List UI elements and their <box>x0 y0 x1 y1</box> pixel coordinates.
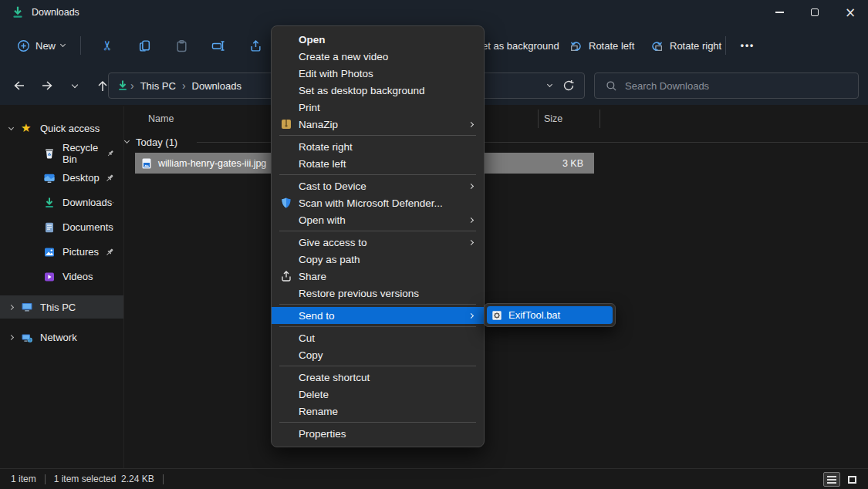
menu-item-edit-with-photos[interactable]: Edit with Photos <box>272 65 484 82</box>
menu-item-rotate-left[interactable]: Rotate left <box>272 155 484 172</box>
rotate-right-button[interactable]: Rotate right <box>650 26 721 65</box>
chevron-right-icon[interactable] <box>8 304 14 309</box>
chevron-down-icon[interactable] <box>8 124 14 130</box>
breadcrumb-downloads[interactable]: Downloads <box>187 80 246 92</box>
menu-item-create-a-new-video[interactable]: Create a new video <box>272 48 484 65</box>
menu-item-restore-previous-versions[interactable]: Restore previous versions <box>272 285 484 302</box>
search-input[interactable] <box>625 80 833 92</box>
rename-button[interactable] <box>204 32 233 59</box>
status-bar: 1 item 1 item selected 2.24 KB <box>0 468 868 489</box>
menu-item-open[interactable]: Open <box>272 31 484 48</box>
breadcrumb-this-pc[interactable]: This PC <box>136 80 181 92</box>
chevron-right-icon[interactable] <box>8 335 14 340</box>
menu-item-cut[interactable]: Cut <box>272 329 484 346</box>
menu-item-scan-with-defender[interactable]: Scan with Microsoft Defender... <box>272 194 484 211</box>
paste-button[interactable] <box>167 32 196 59</box>
forward-button[interactable] <box>37 76 57 96</box>
sidebar-item-network[interactable]: Network <box>0 326 123 349</box>
menu-item-set-as-desktop-background[interactable]: Set as desktop background <box>272 82 484 99</box>
submenu-item-exiftool-bat[interactable]: ExifTool.bat <box>487 306 613 324</box>
pin-icon <box>105 174 114 183</box>
share-button[interactable] <box>241 32 270 59</box>
group-header-today[interactable]: Today (1) <box>125 133 177 151</box>
menu-item-share[interactable]: Share <box>272 268 484 285</box>
submenu-arrow-icon <box>468 239 474 244</box>
minimize-button[interactable] <box>762 0 797 25</box>
close-button[interactable]: × <box>833 0 868 25</box>
sidebar-item-recycle-bin[interactable]: Recycle Bin <box>0 142 123 164</box>
sidebar-item-pictures[interactable]: Pictures <box>0 241 123 263</box>
sidebar-item-downloads[interactable]: Downloads <box>0 191 123 214</box>
sidebar-item-label: Downloads <box>62 197 112 208</box>
sidebar-item-label: Documents <box>62 221 113 233</box>
menu-item-send-to[interactable]: Send to <box>272 307 484 324</box>
toolbar-divider <box>80 36 81 55</box>
star-icon: ★ <box>21 123 33 135</box>
sidebar-item-desktop[interactable]: Desktop <box>0 167 123 189</box>
details-view-button[interactable] <box>823 472 840 487</box>
refresh-icon[interactable] <box>562 79 575 92</box>
sidebar-item-quick-access[interactable]: ★ Quick access <box>0 117 123 140</box>
menu-separator <box>279 366 476 366</box>
context-menu: Open Create a new video Edit with Photos… <box>271 25 485 447</box>
address-dropdown-icon[interactable] <box>547 82 552 87</box>
group-label: Today (1) <box>136 137 177 148</box>
rename-icon <box>211 39 225 52</box>
sidebar-item-label: Network <box>40 332 77 343</box>
copy-button[interactable] <box>130 32 159 59</box>
group-collapse-icon[interactable] <box>124 138 130 143</box>
menu-item-open-with[interactable]: Open with <box>272 211 484 228</box>
menu-separator <box>279 174 476 175</box>
column-divider[interactable] <box>538 110 539 128</box>
search-box[interactable] <box>594 73 859 99</box>
sidebar-item-label: This PC <box>40 302 76 313</box>
plus-circle-icon <box>17 39 30 52</box>
pin-icon <box>113 223 114 232</box>
submenu-item-label: ExifTool.bat <box>508 309 560 321</box>
menu-item-nanazip[interactable]: NanaZip <box>272 116 484 133</box>
menu-item-give-access-to[interactable]: Give access to <box>272 234 484 251</box>
menu-item-properties[interactable]: Properties <box>272 425 484 442</box>
status-divider <box>163 474 164 484</box>
pin-icon <box>112 198 114 207</box>
recent-locations-button[interactable] <box>65 76 85 96</box>
rotate-left-label: Rotate left <box>589 40 634 52</box>
rotate-left-button[interactable]: Rotate left <box>569 26 634 65</box>
batch-file-icon <box>491 310 502 321</box>
menu-item-label: Cast to Device <box>299 180 366 192</box>
column-divider[interactable] <box>599 110 600 128</box>
cut-button[interactable]: ✂ <box>93 32 122 59</box>
menu-item-copy-as-path[interactable]: Copy as path <box>272 251 484 268</box>
menu-item-delete[interactable]: Delete <box>272 386 484 403</box>
pin-icon <box>105 248 114 257</box>
breadcrumb-separator-icon: › <box>129 79 136 92</box>
menu-item-rotate-right[interactable]: Rotate right <box>272 138 484 155</box>
menu-item-rename[interactable]: Rename <box>272 403 484 420</box>
new-button-label: New <box>35 40 56 52</box>
sidebar-divider <box>123 106 124 468</box>
minimize-icon <box>775 12 784 12</box>
menu-item-label: Rotate left <box>299 158 346 170</box>
sidebar-item-videos[interactable]: Videos <box>0 265 123 288</box>
pictures-icon <box>43 246 56 258</box>
menu-item-copy[interactable]: Copy <box>272 346 484 363</box>
menu-item-create-shortcut[interactable]: Create shortcut <box>272 369 484 386</box>
sidebar-item-documents[interactable]: Documents <box>0 216 123 238</box>
maximize-button[interactable] <box>797 0 833 25</box>
set-as-background-button[interactable]: et as background <box>482 26 559 65</box>
breadcrumb-separator-icon: › <box>181 79 187 92</box>
menu-item-label: Open with <box>299 214 346 226</box>
thumbnail-view-button[interactable] <box>843 472 860 487</box>
column-header-size[interactable]: Size <box>544 113 562 124</box>
menu-item-label: Send to <box>299 310 335 322</box>
back-button[interactable] <box>9 76 29 96</box>
more-options-button[interactable]: ••• <box>735 26 761 65</box>
sidebar-item-this-pc[interactable]: This PC <box>0 295 123 319</box>
menu-item-cast-to-device[interactable]: Cast to Device <box>272 177 484 194</box>
desktop-icon <box>43 172 56 184</box>
column-header-name[interactable]: Name <box>148 113 174 124</box>
file-name: william-henry-gates-iii.jpg <box>158 158 266 169</box>
titlebar: Downloads × <box>0 0 868 25</box>
menu-item-print[interactable]: Print <box>272 99 484 116</box>
new-button[interactable]: New <box>9 35 73 57</box>
